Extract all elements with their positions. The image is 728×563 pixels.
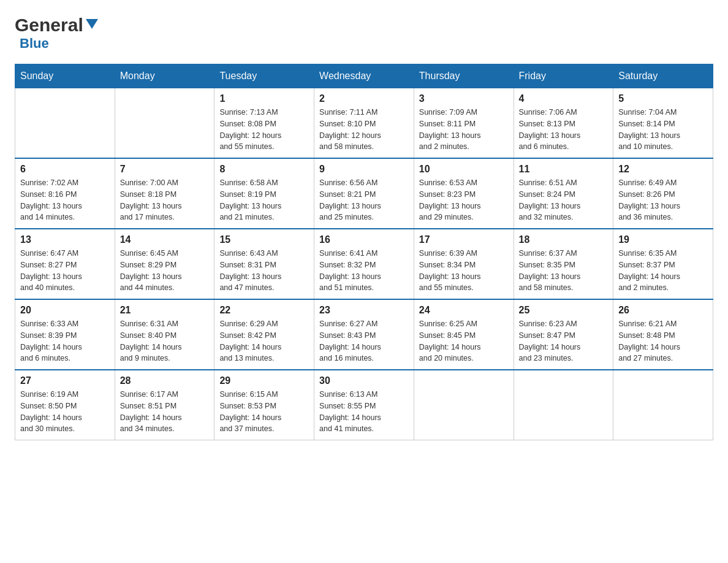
- calendar-table: SundayMondayTuesdayWednesdayThursdayFrid…: [15, 64, 713, 440]
- day-number: 6: [20, 164, 110, 175]
- day-number: 13: [20, 234, 110, 245]
- day-info: Sunrise: 6:51 AM Sunset: 8:24 PM Dayligh…: [519, 177, 609, 223]
- day-info: Sunrise: 6:45 AM Sunset: 8:29 PM Dayligh…: [120, 248, 210, 294]
- calendar-cell: 4Sunrise: 7:06 AM Sunset: 8:13 PM Daylig…: [514, 88, 613, 159]
- day-number: 20: [20, 305, 110, 316]
- day-number: 16: [319, 234, 409, 245]
- logo-triangle-icon: [86, 19, 98, 29]
- day-info: Sunrise: 6:37 AM Sunset: 8:35 PM Dayligh…: [519, 248, 609, 294]
- day-info: Sunrise: 6:43 AM Sunset: 8:31 PM Dayligh…: [219, 248, 309, 294]
- day-info: Sunrise: 6:49 AM Sunset: 8:26 PM Dayligh…: [618, 177, 708, 223]
- day-info: Sunrise: 6:21 AM Sunset: 8:48 PM Dayligh…: [618, 318, 708, 364]
- day-number: 24: [419, 305, 509, 316]
- day-info: Sunrise: 6:33 AM Sunset: 8:39 PM Dayligh…: [20, 318, 110, 364]
- col-header-wednesday: Wednesday: [314, 64, 414, 88]
- day-number: 22: [219, 305, 309, 316]
- calendar-week-row: 20Sunrise: 6:33 AM Sunset: 8:39 PM Dayli…: [15, 299, 713, 370]
- calendar-cell: 22Sunrise: 6:29 AM Sunset: 8:42 PM Dayli…: [214, 299, 314, 370]
- calendar-header-row: SundayMondayTuesdayWednesdayThursdayFrid…: [15, 64, 713, 88]
- calendar-cell: 19Sunrise: 6:35 AM Sunset: 8:37 PM Dayli…: [613, 229, 713, 299]
- day-info: Sunrise: 6:53 AM Sunset: 8:23 PM Dayligh…: [419, 177, 509, 223]
- day-info: Sunrise: 7:09 AM Sunset: 8:11 PM Dayligh…: [419, 107, 509, 153]
- day-number: 2: [319, 93, 409, 104]
- logo: General Blue: [15, 15, 98, 52]
- calendar-cell: 11Sunrise: 6:51 AM Sunset: 8:24 PM Dayli…: [514, 158, 613, 229]
- day-info: Sunrise: 6:19 AM Sunset: 8:50 PM Dayligh…: [20, 389, 110, 435]
- calendar-cell: 29Sunrise: 6:15 AM Sunset: 8:53 PM Dayli…: [214, 370, 314, 440]
- day-info: Sunrise: 6:39 AM Sunset: 8:34 PM Dayligh…: [419, 248, 509, 294]
- calendar-cell: 18Sunrise: 6:37 AM Sunset: 8:35 PM Dayli…: [514, 229, 613, 299]
- calendar-cell: 28Sunrise: 6:17 AM Sunset: 8:51 PM Dayli…: [115, 370, 214, 440]
- calendar-cell: [414, 370, 514, 440]
- calendar-cell: 25Sunrise: 6:23 AM Sunset: 8:47 PM Dayli…: [514, 299, 613, 370]
- day-number: 9: [319, 164, 409, 175]
- day-number: 14: [120, 234, 210, 245]
- logo-blue-text: Blue: [20, 36, 49, 52]
- calendar-cell: 2Sunrise: 7:11 AM Sunset: 8:10 PM Daylig…: [314, 88, 414, 159]
- page-header: General Blue: [15, 15, 713, 52]
- logo-general-text: General: [15, 15, 83, 36]
- day-number: 8: [219, 164, 309, 175]
- day-number: 12: [618, 164, 708, 175]
- calendar-cell: 3Sunrise: 7:09 AM Sunset: 8:11 PM Daylig…: [414, 88, 514, 159]
- calendar-cell: 17Sunrise: 6:39 AM Sunset: 8:34 PM Dayli…: [414, 229, 514, 299]
- day-number: 23: [319, 305, 409, 316]
- day-info: Sunrise: 6:15 AM Sunset: 8:53 PM Dayligh…: [219, 389, 309, 435]
- day-number: 21: [120, 305, 210, 316]
- col-header-monday: Monday: [115, 64, 214, 88]
- calendar-cell: 14Sunrise: 6:45 AM Sunset: 8:29 PM Dayli…: [115, 229, 214, 299]
- day-info: Sunrise: 7:06 AM Sunset: 8:13 PM Dayligh…: [519, 107, 609, 153]
- calendar-cell: 10Sunrise: 6:53 AM Sunset: 8:23 PM Dayli…: [414, 158, 514, 229]
- calendar-cell: [514, 370, 613, 440]
- day-info: Sunrise: 7:00 AM Sunset: 8:18 PM Dayligh…: [120, 177, 210, 223]
- calendar-cell: 21Sunrise: 6:31 AM Sunset: 8:40 PM Dayli…: [115, 299, 214, 370]
- calendar-cell: 27Sunrise: 6:19 AM Sunset: 8:50 PM Dayli…: [15, 370, 115, 440]
- day-number: 30: [319, 375, 409, 386]
- day-number: 15: [219, 234, 309, 245]
- calendar-cell: 1Sunrise: 7:13 AM Sunset: 8:08 PM Daylig…: [214, 88, 314, 159]
- day-info: Sunrise: 6:47 AM Sunset: 8:27 PM Dayligh…: [20, 248, 110, 294]
- day-info: Sunrise: 6:13 AM Sunset: 8:55 PM Dayligh…: [319, 389, 409, 435]
- day-info: Sunrise: 7:02 AM Sunset: 8:16 PM Dayligh…: [20, 177, 110, 223]
- calendar-cell: 8Sunrise: 6:58 AM Sunset: 8:19 PM Daylig…: [214, 158, 314, 229]
- day-info: Sunrise: 6:25 AM Sunset: 8:45 PM Dayligh…: [419, 318, 509, 364]
- day-number: 27: [20, 375, 110, 386]
- day-number: 17: [419, 234, 509, 245]
- day-info: Sunrise: 6:27 AM Sunset: 8:43 PM Dayligh…: [319, 318, 409, 364]
- day-number: 19: [618, 234, 708, 245]
- col-header-tuesday: Tuesday: [214, 64, 314, 88]
- day-number: 11: [519, 164, 609, 175]
- calendar-cell: 5Sunrise: 7:04 AM Sunset: 8:14 PM Daylig…: [613, 88, 713, 159]
- calendar-cell: 24Sunrise: 6:25 AM Sunset: 8:45 PM Dayli…: [414, 299, 514, 370]
- day-number: 18: [519, 234, 609, 245]
- day-number: 1: [219, 93, 309, 104]
- calendar-cell: 7Sunrise: 7:00 AM Sunset: 8:18 PM Daylig…: [115, 158, 214, 229]
- day-info: Sunrise: 6:35 AM Sunset: 8:37 PM Dayligh…: [618, 248, 708, 294]
- day-number: 5: [618, 93, 708, 104]
- day-info: Sunrise: 7:04 AM Sunset: 8:14 PM Dayligh…: [618, 107, 708, 153]
- calendar-cell: 30Sunrise: 6:13 AM Sunset: 8:55 PM Dayli…: [314, 370, 414, 440]
- day-info: Sunrise: 6:29 AM Sunset: 8:42 PM Dayligh…: [219, 318, 309, 364]
- calendar-week-row: 27Sunrise: 6:19 AM Sunset: 8:50 PM Dayli…: [15, 370, 713, 440]
- calendar-cell: 12Sunrise: 6:49 AM Sunset: 8:26 PM Dayli…: [613, 158, 713, 229]
- calendar-cell: 20Sunrise: 6:33 AM Sunset: 8:39 PM Dayli…: [15, 299, 115, 370]
- calendar-week-row: 13Sunrise: 6:47 AM Sunset: 8:27 PM Dayli…: [15, 229, 713, 299]
- day-number: 25: [519, 305, 609, 316]
- calendar-cell: 16Sunrise: 6:41 AM Sunset: 8:32 PM Dayli…: [314, 229, 414, 299]
- calendar-cell: [115, 88, 214, 159]
- calendar-cell: [613, 370, 713, 440]
- calendar-cell: 23Sunrise: 6:27 AM Sunset: 8:43 PM Dayli…: [314, 299, 414, 370]
- day-number: 10: [419, 164, 509, 175]
- day-info: Sunrise: 6:56 AM Sunset: 8:21 PM Dayligh…: [319, 177, 409, 223]
- col-header-friday: Friday: [514, 64, 613, 88]
- col-header-saturday: Saturday: [613, 64, 713, 88]
- calendar-week-row: 1Sunrise: 7:13 AM Sunset: 8:08 PM Daylig…: [15, 88, 713, 159]
- day-info: Sunrise: 6:41 AM Sunset: 8:32 PM Dayligh…: [319, 248, 409, 294]
- day-info: Sunrise: 6:17 AM Sunset: 8:51 PM Dayligh…: [120, 389, 210, 435]
- day-info: Sunrise: 6:31 AM Sunset: 8:40 PM Dayligh…: [120, 318, 210, 364]
- calendar-cell: 9Sunrise: 6:56 AM Sunset: 8:21 PM Daylig…: [314, 158, 414, 229]
- col-header-sunday: Sunday: [15, 64, 115, 88]
- day-info: Sunrise: 7:11 AM Sunset: 8:10 PM Dayligh…: [319, 107, 409, 153]
- calendar-cell: 13Sunrise: 6:47 AM Sunset: 8:27 PM Dayli…: [15, 229, 115, 299]
- calendar-week-row: 6Sunrise: 7:02 AM Sunset: 8:16 PM Daylig…: [15, 158, 713, 229]
